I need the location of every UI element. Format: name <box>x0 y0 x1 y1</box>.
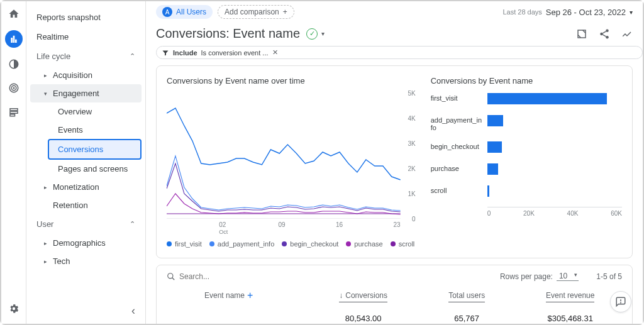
caret-right-icon: ▸ <box>44 258 50 265</box>
legend-item: purchase <box>346 240 382 248</box>
th-conversions[interactable]: ↓Conversions <box>339 290 387 302</box>
filter-icon <box>162 49 169 57</box>
feedback-icon <box>615 296 626 307</box>
add-dimension-button[interactable]: + <box>247 290 253 301</box>
bar-chart-title: Conversions by Event name <box>431 76 622 85</box>
table-search[interactable] <box>167 272 495 281</box>
header-actions <box>576 28 633 40</box>
date-range-picker[interactable]: Last 28 days Sep 26 - Oct 23, 2022 ▾ <box>502 8 633 17</box>
svg-point-8 <box>606 29 609 32</box>
filter-chip[interactable]: Include Is conversion event ... ✕ <box>156 46 643 59</box>
sidebar-item-engagement[interactable]: ▾Engagement <box>30 84 142 102</box>
bar-x-tick: 60K <box>611 210 622 217</box>
legend-item: first_visit <box>167 240 202 248</box>
sidebar-item-demographics[interactable]: ▸Demographics <box>30 234 142 252</box>
bar-chart: first_visit add_payment_info begin_check… <box>431 93 622 219</box>
segment-badge: A <box>162 7 172 17</box>
sidebar-item-retention[interactable]: Retention <box>30 196 142 214</box>
sidebar-item-monetization[interactable]: ▸Monetization <box>30 178 142 196</box>
add-comparison-label: Add comparison <box>225 8 279 16</box>
legend-item: add_payment_info <box>209 240 275 248</box>
line-chart-legend: first_visit add_payment_info begin_check… <box>167 240 416 248</box>
chevron-down-icon: ▾ <box>630 9 633 16</box>
sidebar-reports-snapshot[interactable]: Reports snapshot <box>30 8 142 27</box>
bar-fill <box>487 141 502 153</box>
line-chart-title: Conversions by Event name over time <box>167 76 416 85</box>
plus-icon: + <box>283 8 287 16</box>
sidebar-item-conversions[interactable]: Conversions <box>48 139 142 160</box>
bar-label: first_visit <box>431 93 487 102</box>
share-icon[interactable] <box>599 28 610 40</box>
legend-item: scroll <box>391 240 415 248</box>
sidebar-item-acquisition[interactable]: ▸Acquisition <box>30 66 142 84</box>
feedback-button[interactable] <box>610 291 631 312</box>
verified-icon[interactable]: ✓ <box>306 28 318 40</box>
filter-prefix: Include <box>173 49 197 57</box>
svg-rect-5 <box>10 111 18 113</box>
table-card: Rows per page: 10 ▾ 1-5 of 5 Event name … <box>156 265 633 324</box>
home-icon[interactable] <box>6 6 21 21</box>
topbar: A All Users Add comparison + Last 28 day… <box>146 1 643 23</box>
search-input[interactable] <box>179 272 255 281</box>
insights-icon[interactable] <box>621 28 633 40</box>
swatch-icon <box>167 241 172 246</box>
caret-right-icon: ▸ <box>44 184 50 190</box>
rows-per-page-select[interactable]: 10 ▾ <box>557 272 579 281</box>
sidebar-collapse-icon[interactable]: ‹ <box>131 304 135 317</box>
sidebar-realtime[interactable]: Realtime <box>30 27 142 47</box>
bar-track <box>487 185 622 197</box>
page-info: 1-5 of 5 <box>596 272 622 281</box>
title-dropdown-icon[interactable]: ▾ <box>321 30 325 37</box>
sidebar-section-label: Life cycle <box>36 52 70 61</box>
line-chart-svg <box>167 93 401 219</box>
bar-x-tick: 20K <box>523 210 535 217</box>
sidebar-item-tech[interactable]: ▸Tech <box>30 252 142 270</box>
date-range-value: Sep 26 - Oct 23, 2022 <box>546 8 626 17</box>
segment-all-users[interactable]: A All Users <box>156 5 213 19</box>
bar-fill <box>487 115 504 126</box>
sidebar-item-pages-screens[interactable]: Pages and screens <box>30 160 142 178</box>
sidebar-item-overview[interactable]: Overview <box>30 102 142 121</box>
bar-x-tick: 40K <box>567 210 579 217</box>
bar-chart-panel: Conversions by Event name first_visit ad… <box>431 76 622 248</box>
chevron-up-icon: ⌃ <box>130 52 135 60</box>
y-tick: 3K <box>408 140 415 147</box>
y-tick: 2K <box>408 165 415 172</box>
settings-icon[interactable] <box>6 301 21 316</box>
svg-rect-4 <box>10 109 18 111</box>
bar-track <box>487 115 622 126</box>
configure-icon[interactable] <box>6 104 21 119</box>
charts-card: Conversions by Event name over time 5K 4… <box>156 65 633 258</box>
sidebar-item-events[interactable]: Events <box>30 121 142 139</box>
bar-fill <box>487 93 608 104</box>
bar-label: begin_checkout <box>431 141 487 150</box>
bar-label: add_payment_info <box>431 115 487 131</box>
svg-point-9 <box>600 32 603 35</box>
caret-right-icon: ▸ <box>44 72 50 79</box>
table-header: Event name + ↓Conversions Total users Ev… <box>167 281 622 309</box>
x-tick: 02Oct <box>219 221 228 235</box>
y-tick: 1K <box>408 190 415 197</box>
legend-item: begin_checkout <box>282 240 338 248</box>
close-icon[interactable]: ✕ <box>272 48 278 57</box>
sidebar-section-user[interactable]: User ⌃ <box>30 214 142 234</box>
explore-icon[interactable] <box>6 57 21 72</box>
th-event-revenue[interactable]: Event revenue <box>546 290 594 302</box>
swatch-icon <box>346 241 351 246</box>
th-event-name[interactable]: Event name + <box>167 290 259 302</box>
y-tick: 4K <box>408 115 415 122</box>
page-header: Conversions: Event name ✓ ▾ <box>146 23 643 46</box>
advertising-icon[interactable] <box>6 80 21 96</box>
sidebar-section-lifecycle[interactable]: Life cycle ⌃ <box>30 47 142 66</box>
line-chart: 5K 4K 3K 2K 1K 0 <box>167 93 416 219</box>
table-totals-row: 80,543.00 100% of total 65,767 100% of t… <box>167 309 622 324</box>
swatch-icon <box>391 241 396 246</box>
bar-track <box>487 93 622 104</box>
swatch-icon <box>209 241 214 246</box>
th-total-users[interactable]: Total users <box>448 290 485 302</box>
reports-icon[interactable] <box>5 30 23 48</box>
bar-track <box>487 163 622 175</box>
customize-icon[interactable] <box>576 28 587 40</box>
rows-per-page: Rows per page: 10 ▾ <box>500 272 579 281</box>
add-comparison-button[interactable]: Add comparison + <box>218 5 294 19</box>
